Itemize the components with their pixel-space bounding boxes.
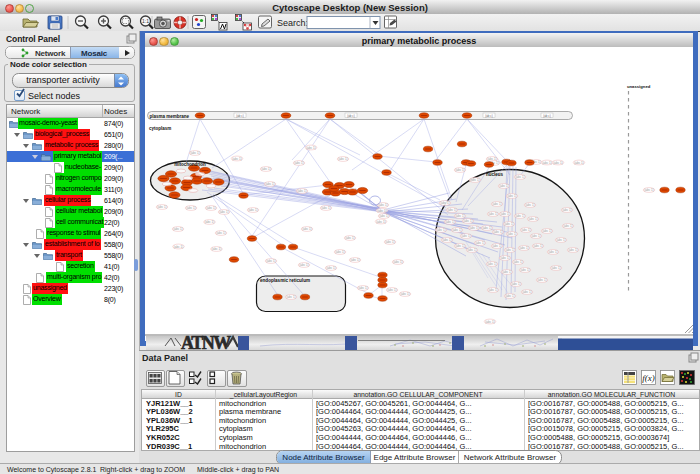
svg-text:(abc 1): (abc 1) [482,226,491,230]
svg-text:f(x): f(x) [642,373,655,383]
svg-text:(abc 1): (abc 1) [644,188,653,192]
svg-text:(abc 1): (abc 1) [186,206,195,210]
svg-text:(abc 1): (abc 1) [568,248,577,252]
svg-text:(abc 1): (abc 1) [470,178,479,182]
svg-text:1:1: 1:1 [142,18,149,24]
svg-text:(abc 1): (abc 1) [548,250,557,254]
svg-text:(abc 1): (abc 1) [542,161,551,165]
svg-text:(abc 1): (abc 1) [487,262,496,266]
svg-text:(abc 1): (abc 1) [286,295,295,299]
svg-text:(abc 1): (abc 1) [393,260,402,264]
svg-text:(abc 1): (abc 1) [455,244,464,248]
svg-text:(abc 1): (abc 1) [436,228,445,232]
svg-text:(abc 1): (abc 1) [321,206,330,210]
svg-text:(abc 1): (abc 1) [266,259,275,263]
svg-text:(abc 1): (abc 1) [525,203,534,207]
svg-text:(ab c): (ab c) [347,114,355,118]
svg-text:(abc 1): (abc 1) [488,212,497,216]
svg-text:(abc 1): (abc 1) [206,206,215,210]
svg-text:(abc 1): (abc 1) [157,205,166,209]
svg-text:(abc 1): (abc 1) [248,208,257,212]
svg-text:(abc 1): (abc 1) [528,217,537,221]
svg-text:(abc 1): (abc 1) [562,208,571,212]
svg-text:(abc 1): (abc 1) [507,232,516,236]
svg-text:(abc 1): (abc 1) [467,248,476,252]
svg-text:endoplasmic reticulum: endoplasmic reticulum [260,278,310,283]
svg-text:(abc 1): (abc 1) [531,234,540,238]
svg-text:(abc 1): (abc 1) [507,194,516,198]
svg-text:(abc 1): (abc 1) [442,238,451,242]
svg-text:(abc 1): (abc 1) [385,240,394,244]
svg-text:(abc 1): (abc 1) [505,248,514,252]
svg-text:(abc 1): (abc 1) [492,244,501,248]
svg-text:(abc 1): (abc 1) [297,189,306,193]
svg-text:plasma membrane: plasma membrane [150,114,190,119]
svg-text:(abc 1): (abc 1) [499,184,508,188]
svg-text:(ab c): (ab c) [236,114,244,118]
svg-text:(abc 1): (abc 1) [261,167,270,171]
svg-text:(abc 1): (abc 1) [556,238,565,242]
svg-text:(abc 1): (abc 1) [455,168,464,172]
svg-text:(abc 1): (abc 1) [533,244,542,248]
svg-text:(abc 1): (abc 1) [513,260,522,264]
svg-text:(abc 1): (abc 1) [500,256,509,260]
svg-text:(abc 1): (abc 1) [488,288,497,292]
svg-text:cytoplasm: cytoplasm [149,126,171,131]
svg-text:(abc 1): (abc 1) [350,258,359,262]
svg-text:(abc 1): (abc 1) [537,278,546,282]
svg-text:(ab c): (ab c) [543,114,551,118]
svg-text:(abc 1): (abc 1) [505,294,514,298]
svg-text:ATNW: ATNW [181,334,231,350]
svg-text:(abc 1): (abc 1) [387,288,396,292]
svg-text:(abc 1): (abc 1) [504,222,513,226]
svg-text:(abc 1): (abc 1) [299,263,308,267]
svg-text:Search:: Search: [277,18,308,28]
svg-text:(abc 1): (abc 1) [520,268,529,272]
svg-text:unassigned: unassigned [627,84,651,89]
svg-text:(abc 1): (abc 1) [358,286,367,290]
svg-text:(abc 1): (abc 1) [563,224,572,228]
svg-text:(abc 1): (abc 1) [522,290,531,294]
svg-text:(abc 1): (abc 1) [173,227,182,231]
svg-text:(abc 1): (abc 1) [306,146,315,150]
svg-text:nucleus: nucleus [486,172,504,177]
svg-text:(abc 1): (abc 1) [492,202,501,206]
svg-text:(abc 1): (abc 1) [542,229,551,233]
svg-text:(abc 1): (abc 1) [190,151,199,155]
svg-text:(abc 1): (abc 1) [265,182,274,186]
svg-text:(abc 1): (abc 1) [326,266,335,270]
svg-text:(abc 1): (abc 1) [500,212,509,216]
svg-text:(abc 1): (abc 1) [519,246,528,250]
svg-text:(abc 1): (abc 1) [216,231,225,235]
svg-text:(abc 1): (abc 1) [521,228,530,232]
svg-text:(abc 1): (abc 1) [511,282,520,286]
svg-text:mitochondrion: mitochondrion [174,162,206,167]
svg-text:(abc 1): (abc 1) [515,175,524,179]
svg-text:(abc 1): (abc 1) [553,161,562,165]
svg-text:(abc 1): (abc 1) [219,210,228,214]
svg-text:(abc 1): (abc 1) [232,157,241,161]
svg-text:(abc 1): (abc 1) [377,209,386,213]
svg-text:(abc 1): (abc 1) [338,157,347,161]
svg-text:(abc 1): (abc 1) [376,220,385,224]
svg-text:(abc 1): (abc 1) [515,214,524,218]
svg-text:(abc 1): (abc 1) [551,266,560,270]
svg-text:(abc 1): (abc 1) [378,203,387,207]
svg-text:(abc 1): (abc 1) [485,320,494,324]
svg-text:(abc 1): (abc 1) [174,245,183,249]
svg-text:(abc 1): (abc 1) [475,241,484,245]
svg-text:(abc 1): (abc 1) [447,208,456,212]
svg-text:(abc 1): (abc 1) [335,250,344,254]
svg-text:(abc 1): (abc 1) [574,161,583,165]
svg-text:(abc 1): (abc 1) [400,292,409,296]
svg-text:(abc 1): (abc 1) [345,236,354,240]
svg-text:(abc 1): (abc 1) [455,214,464,218]
svg-text:(abc 1): (abc 1) [294,161,303,165]
svg-text:(abc 1): (abc 1) [205,220,214,224]
svg-text:(abc 1): (abc 1) [445,220,454,224]
svg-text:(abc 1): (abc 1) [463,219,472,223]
svg-text:(abc 1): (abc 1) [302,227,311,231]
svg-text:(abc 1): (abc 1) [440,201,449,205]
svg-text:(abc 1): (abc 1) [493,230,502,234]
svg-text:(ab c): (ab c) [485,114,493,118]
